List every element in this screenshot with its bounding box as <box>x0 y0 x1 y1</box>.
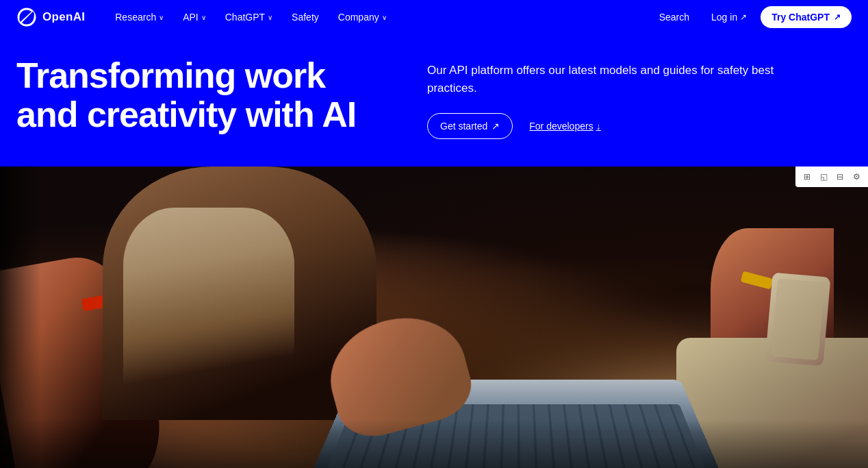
arrow-icon: ↗ <box>492 121 500 132</box>
arrow-down-icon: ↓ <box>596 121 601 132</box>
phone-object <box>765 272 830 366</box>
window-icon[interactable]: ◱ <box>816 169 831 184</box>
nav-item-safety[interactable]: Safety <box>283 6 327 28</box>
chevron-down-icon: ∨ <box>382 14 387 21</box>
hero-content-block: Our API platform offers our latest model… <box>427 56 797 139</box>
nav-right: Search Log in ↗ Try ChatGPT ↗ <box>651 6 852 28</box>
settings-icon[interactable]: ⚙ <box>849 169 864 184</box>
for-developers-button[interactable]: For developers ↓ <box>529 121 600 132</box>
chevron-down-icon: ∨ <box>201 14 206 21</box>
image-toolbar: ⊞ ◱ ⊟ ⚙ <box>795 167 868 187</box>
hero-buttons: Get started ↗ For developers ↓ <box>427 113 797 139</box>
grid-view-icon[interactable]: ⊞ <box>800 169 815 184</box>
white-shirt <box>123 208 294 399</box>
external-link-icon: ↗ <box>740 12 747 22</box>
hero-title-block: Transforming work and creativity with AI <box>16 56 372 134</box>
nav-links: Research ∨ API ∨ ChatGPT ∨ Safety Compan… <box>107 6 650 28</box>
hero-title: Transforming work and creativity with AI <box>16 56 372 134</box>
get-started-button[interactable]: Get started ↗ <box>427 113 513 139</box>
phone-screen <box>771 278 825 360</box>
navbar: OpenAI Research ∨ API ∨ ChatGPT ∨ Safety… <box>0 0 868 34</box>
hero-image-section: ⊞ ◱ ⊟ ⚙ <box>0 167 868 468</box>
hero-description: Our API platform offers our latest model… <box>427 62 797 97</box>
try-chatgpt-button[interactable]: Try ChatGPT ↗ <box>761 6 852 28</box>
login-button[interactable]: Log in ↗ <box>703 6 755 28</box>
nav-item-chatgpt[interactable]: ChatGPT ∨ <box>217 6 281 28</box>
chevron-down-icon: ∨ <box>268 14 272 21</box>
nav-item-company[interactable]: Company ∨ <box>330 6 395 28</box>
openai-logo-icon <box>16 7 37 27</box>
hero-image <box>0 167 868 468</box>
bottom-shadow <box>0 420 868 468</box>
chevron-down-icon: ∨ <box>159 14 164 21</box>
nav-item-research[interactable]: Research ∨ <box>107 6 172 28</box>
nav-item-api[interactable]: API ∨ <box>175 6 214 28</box>
arrow-icon: ↗ <box>834 12 841 22</box>
image-icon[interactable]: ⊟ <box>832 169 847 184</box>
logo[interactable]: OpenAI <box>16 7 85 27</box>
search-button[interactable]: Search <box>651 6 698 28</box>
hero-section: Transforming work and creativity with AI… <box>0 34 868 167</box>
brand-name: OpenAI <box>42 10 85 24</box>
